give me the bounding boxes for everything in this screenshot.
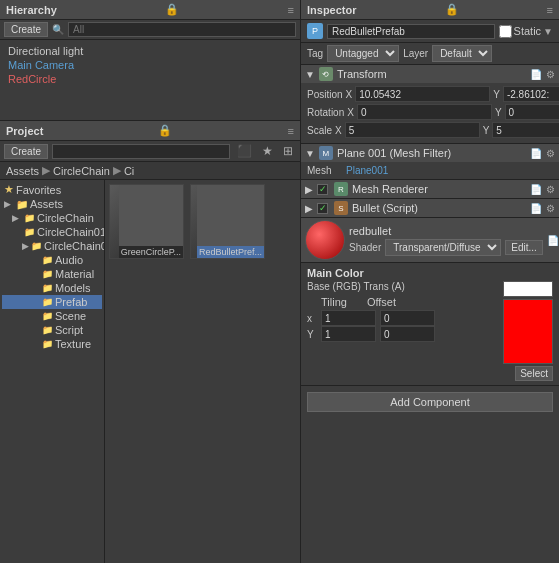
scale-y-input[interactable] [492, 122, 559, 138]
asset-green-circle[interactable]: GreenCircleP... [109, 184, 184, 259]
transform-fields: Position X Y Z Rotation X Y Z [301, 83, 559, 143]
transform-icon: ⟲ [319, 67, 333, 81]
asset-red-bullet-label: RedBulletPref... [197, 246, 264, 258]
tag-layer-row: Tag Untagged Layer Default [301, 43, 559, 65]
tree-audio[interactable]: 📁 Audio [2, 253, 102, 267]
breadcrumb-circlechain[interactable]: CircleChain [53, 165, 110, 177]
project-toolbar: Create ⬛ ★ ⊞ [0, 141, 300, 162]
hierarchy-drag-handle: ≡ [288, 4, 294, 16]
material-ball-preview[interactable] [305, 220, 345, 260]
pos-y-input[interactable] [503, 86, 559, 102]
tree-circlechain[interactable]: ▶ 📁 CircleChain [2, 211, 102, 225]
offset-x-input[interactable] [380, 310, 435, 326]
breadcrumb-assets[interactable]: Assets [6, 165, 39, 177]
tiling-y-input[interactable] [321, 326, 376, 342]
project-search-input[interactable] [52, 144, 230, 159]
hierarchy-create-button[interactable]: Create [4, 22, 48, 37]
asset-green-circle-label: GreenCircleP... [119, 246, 183, 258]
tree-circlechain02[interactable]: ▶ 📁 CircleChain02 [2, 239, 102, 253]
color-row: Base (RGB) Trans (A) Tiling Offset x Y [307, 281, 553, 381]
mesh-filter-page-icon[interactable]: 📄 [530, 148, 542, 159]
mesh-renderer-icon: R [334, 182, 348, 196]
assets-grid-content: GreenCircleP... RedBulletPref... [109, 184, 296, 259]
hierarchy-item-main-camera[interactable]: Main Camera [6, 58, 294, 72]
scale-x-input[interactable] [345, 122, 480, 138]
mesh-filter-gear-icon[interactable]: ⚙ [546, 148, 555, 159]
mesh-renderer-title: Mesh Renderer [352, 183, 526, 195]
tree-favorites[interactable]: ★ Favorites [2, 182, 102, 197]
material-folder-icon: 📁 [42, 269, 53, 279]
asset-red-bullet-thumb[interactable]: RedBulletPref... [190, 184, 265, 259]
texture-label: Texture [55, 338, 91, 350]
breadcrumb-ci[interactable]: Ci [124, 165, 134, 177]
bullet-script-arrow-icon: ▶ [305, 203, 313, 214]
tag-dropdown[interactable]: Untagged [327, 45, 399, 62]
mesh-renderer-page-icon[interactable]: 📄 [530, 184, 542, 195]
bullet-script-checkbox[interactable]: ✓ [317, 203, 328, 214]
asset-green-circle-thumb[interactable]: GreenCircleP... [109, 184, 184, 259]
mesh-value: Plane001 [346, 165, 388, 176]
hierarchy-item-red-circle[interactable]: RedCircle [6, 72, 294, 86]
transform-title: Transform [337, 68, 526, 80]
tree-material[interactable]: 📁 Material [2, 267, 102, 281]
transform-page-icon[interactable]: 📄 [530, 69, 542, 80]
tiling-x-input[interactable] [321, 310, 376, 326]
tree-models[interactable]: 📁 Models [2, 281, 102, 295]
project-lock-icon[interactable]: 🔒 [158, 124, 172, 137]
shader-row: Shader Transparent/Diffuse Edit... [349, 239, 543, 256]
offset-header-label: Offset [367, 296, 396, 308]
mesh-renderer-header[interactable]: ▶ ✓ R Mesh Renderer 📄 ⚙ [301, 180, 559, 198]
tiling-x-axis: x [307, 313, 317, 324]
bullet-script-header[interactable]: ▶ ✓ S Bullet (Script) 📄 ⚙ [301, 199, 559, 217]
mesh-filter-header[interactable]: ▼ M Plane 001 (Mesh Filter) 📄 ⚙ [301, 144, 559, 162]
static-checkbox[interactable] [499, 25, 512, 38]
hierarchy-list: Directional light Main Camera RedCircle [0, 40, 300, 120]
color-main-swatch[interactable] [503, 299, 553, 364]
scale-x-axis: X [335, 125, 342, 136]
bullet-script-page-icon[interactable]: 📄 [530, 203, 542, 214]
color-alpha-swatch[interactable] [503, 281, 553, 297]
layer-dropdown[interactable]: Default [432, 45, 492, 62]
bullet-script-checkbox-row: ✓ [317, 203, 328, 214]
project-create-button[interactable]: Create [4, 144, 48, 159]
transform-header[interactable]: ▼ ⟲ Transform 📄 ⚙ [301, 65, 559, 83]
pos-x-input[interactable] [355, 86, 490, 102]
scale-row: Scale X Y Z [307, 122, 553, 138]
prefab-icon: P [307, 23, 323, 39]
tree-script[interactable]: 📁 Script [2, 323, 102, 337]
select-color-button[interactable]: Select [515, 366, 553, 381]
material-page-icon[interactable]: 📄 [547, 235, 559, 246]
offset-y-input[interactable] [380, 326, 435, 342]
hierarchy-search-input[interactable] [68, 22, 296, 37]
inspector-lock-icon[interactable]: 🔒 [445, 3, 459, 16]
tree-assets[interactable]: ▶ 📁 Assets [2, 197, 102, 211]
static-dropdown-arrow[interactable]: ▼ [543, 26, 553, 37]
shader-dropdown[interactable]: Transparent/Diffuse [385, 239, 501, 256]
rot-y-input[interactable] [505, 104, 559, 120]
bullet-script-gear-icon[interactable]: ⚙ [546, 203, 555, 214]
project-icon-3[interactable]: ⊞ [280, 143, 296, 159]
add-component-button[interactable]: Add Component [307, 392, 553, 412]
mesh-renderer-checkbox[interactable]: ✓ [317, 184, 328, 195]
hierarchy-item-directional-light[interactable]: Directional light [6, 44, 294, 58]
tree-scene[interactable]: 📁 Scene [2, 309, 102, 323]
project-icon-1[interactable]: ⬛ [234, 143, 255, 159]
base-rgb-label: Base (RGB) Trans (A) [307, 281, 497, 292]
static-label: Static [514, 25, 542, 37]
mesh-renderer-gear-icon[interactable]: ⚙ [546, 184, 555, 195]
project-icon-2[interactable]: ★ [259, 143, 276, 159]
asset-red-bullet[interactable]: RedBulletPref... [190, 184, 265, 259]
edit-shader-button[interactable]: Edit... [505, 240, 543, 255]
assets-folder-icon: 📁 [16, 199, 28, 210]
prefab-name-input[interactable] [327, 24, 495, 39]
rot-x-input[interactable] [357, 104, 492, 120]
material-name: redbullet [349, 225, 543, 237]
hierarchy-lock-icon[interactable]: 🔒 [165, 3, 179, 16]
tree-circlechain01[interactable]: 📁 CircleChain01 [2, 225, 102, 239]
audio-label: Audio [55, 254, 83, 266]
tree-prefab[interactable]: 📁 Prefab [2, 295, 102, 309]
assets-arrow-icon: ▶ [4, 199, 14, 209]
tree-texture[interactable]: 📁 Texture [2, 337, 102, 351]
cc01-folder-icon: 📁 [24, 227, 35, 237]
transform-gear-icon[interactable]: ⚙ [546, 69, 555, 80]
